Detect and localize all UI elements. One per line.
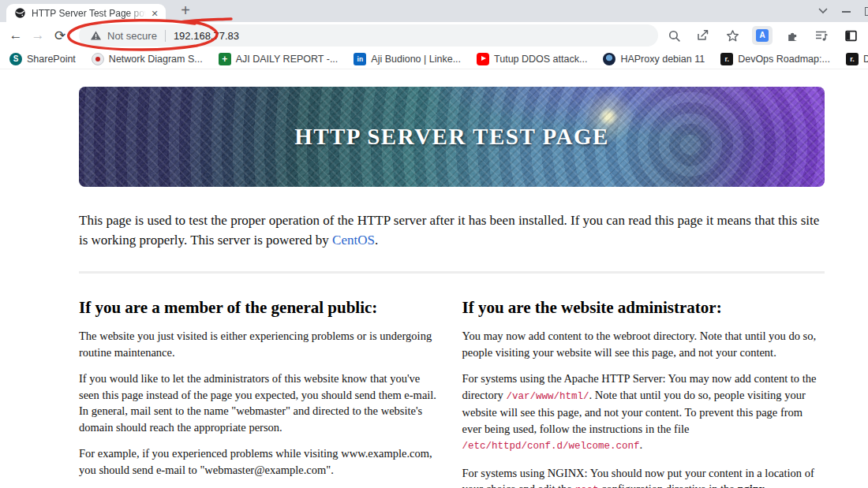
admin-text: configuration directive in the — [598, 482, 737, 488]
network-diagram-icon — [92, 53, 104, 65]
back-button[interactable]: ← — [5, 24, 27, 47]
share-icon — [696, 29, 710, 42]
maximize-button[interactable] — [865, 7, 868, 16]
extensions-button[interactable] — [783, 26, 802, 45]
admin-heading: If you are the website administrator: — [462, 297, 825, 318]
share-button[interactable] — [694, 26, 713, 45]
translate-icon: A — [756, 29, 769, 42]
tab-close-icon[interactable]: ✕ — [148, 7, 161, 20]
reload-button[interactable]: ⟳ — [49, 24, 71, 47]
linkedin-icon: in — [354, 53, 366, 65]
admin-paragraph-1: You may now add content to the webroot d… — [462, 328, 825, 360]
intro-text: This page is used to test the proper ope… — [79, 213, 819, 248]
centos-link[interactable]: CentOS — [332, 233, 375, 248]
bookmark-aji-daily-report[interactable]: + AJI DAILY REPORT -... — [219, 53, 339, 65]
browser-window: HTTP Server Test Page powered ✕ + ← → ⟳ … — [0, 0, 868, 488]
bookmarks-bar: S SharePoint Network Diagram S... + AJI … — [0, 49, 868, 69]
star-icon — [726, 29, 739, 43]
haproxy-icon — [603, 53, 615, 65]
translate-button[interactable]: A — [752, 26, 773, 45]
bookmark-tutup-ddos[interactable]: Tutup DDOS attack... — [477, 53, 587, 65]
web-page-viewport: HTTP SERVER TEST PAGE This page is used … — [0, 69, 868, 488]
url-text[interactable]: 192.168.77.83 — [174, 30, 239, 42]
search-button[interactable] — [664, 26, 683, 45]
code-path-welcome-conf: /etc/httpd/conf.d/welcome.conf — [462, 441, 640, 452]
bookmark-sharepoint[interactable]: S SharePoint — [9, 53, 76, 65]
tab-strip: HTTP Server Test Page powered ✕ + — [0, 0, 868, 22]
public-paragraph-3: For example, if you experienced problems… — [79, 445, 442, 478]
puzzle-icon — [786, 29, 799, 43]
administrator-section: If you are the website administrator: Yo… — [462, 281, 825, 488]
globe-favicon-icon — [14, 7, 26, 19]
intro-text-end: . — [375, 233, 378, 248]
bookmark-linkedin-profile[interactable]: in Aji Budiono | Linke... — [354, 53, 461, 65]
media-list-icon — [814, 29, 829, 42]
side-panel-button[interactable] — [841, 26, 860, 45]
bookmark-label: Network Diagram S... — [109, 54, 203, 65]
tab-http-server-test-page[interactable]: HTTP Server Test Page powered ✕ — [6, 4, 166, 22]
bookmark-label: Aji Budiono | Linke... — [371, 54, 461, 65]
bookmark-label: Tutup DDOS attack... — [494, 54, 587, 65]
intro-paragraph: This page is used to test the proper ope… — [79, 210, 825, 250]
bookmark-label: SharePoint — [27, 54, 76, 65]
minimize-button[interactable] — [842, 11, 851, 13]
code-path-var-www-html: /var/www/html/ — [506, 391, 589, 402]
roadmap-icon: r. — [720, 53, 733, 65]
browser-toolbar: ← → ⟳ Not secure 192.168.77.83 — [0, 22, 868, 49]
bookmark-label: DevOps Roadmap:... — [738, 54, 830, 65]
admin-paragraph-3: For systems using NGINX: You should now … — [462, 465, 825, 488]
bookmark-haproxy-debian[interactable]: HAProxy debian 11 — [603, 53, 705, 65]
bookmark-network-diagram[interactable]: Network Diagram S... — [92, 53, 203, 65]
admin-text: . — [640, 438, 643, 451]
public-heading: If you are a member of the general publi… — [79, 297, 442, 318]
security-label: Not secure — [107, 30, 157, 42]
tab-title: HTTP Server Test Page powered — [32, 8, 148, 19]
public-paragraph-1: The website you just visited is either e… — [79, 328, 442, 360]
banner-title: HTTP SERVER TEST PAGE — [79, 87, 825, 187]
new-tab-button[interactable]: + — [175, 2, 196, 20]
code-root-directive: root — [574, 485, 598, 488]
not-secure-warning-icon[interactable] — [90, 30, 102, 41]
side-panel-icon — [844, 29, 858, 43]
public-paragraph-2: If you would like to let the administrat… — [79, 371, 442, 435]
spreadsheet-icon: + — [219, 53, 231, 65]
bookmark-label: HAProxy debian 11 — [620, 54, 705, 65]
bookmark-label: AJI DAILY REPORT -... — [236, 54, 339, 65]
tab-search-chevron-icon[interactable] — [818, 8, 828, 14]
admin-paragraph-2: For systems using the Apache HTTP Server… — [462, 371, 825, 455]
youtube-icon — [477, 53, 489, 65]
bookmark-devops-roadmap[interactable]: r. DevOps Roadmap:... — [720, 53, 830, 65]
media-controls-button[interactable] — [812, 26, 831, 45]
address-bar[interactable]: Not secure 192.168.77.83 — [79, 24, 658, 47]
nginx-bold-text: nginx — [737, 482, 765, 488]
bookmark-label: Docker Roadmap -... — [863, 54, 868, 65]
bookmark-docker-roadmap[interactable]: r. Docker Roadmap -... — [846, 53, 868, 65]
test-page-banner: HTTP SERVER TEST PAGE — [79, 87, 825, 187]
forward-button[interactable]: → — [27, 24, 49, 47]
divider — [79, 271, 825, 274]
sharepoint-icon: S — [9, 53, 22, 65]
bookmark-star-button[interactable] — [723, 26, 742, 45]
search-icon — [668, 29, 681, 43]
general-public-section: If you are a member of the general publi… — [79, 281, 442, 488]
roadmap-icon: r. — [846, 53, 859, 65]
omnibox-divider — [165, 30, 166, 42]
